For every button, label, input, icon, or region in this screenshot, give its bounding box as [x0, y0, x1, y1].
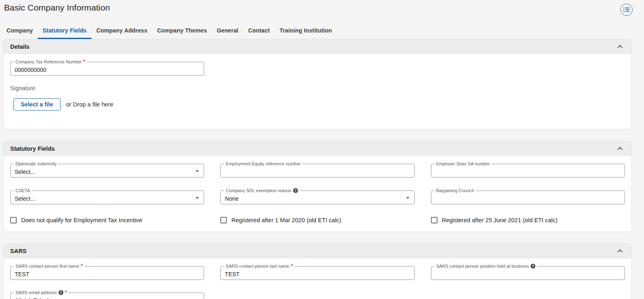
- list-menu-button[interactable]: [620, 4, 633, 16]
- required-asterisk: *: [65, 290, 67, 295]
- tab-company-address[interactable]: Company Address: [91, 24, 152, 39]
- checkbox-icon[interactable]: [10, 217, 17, 223]
- dropdown-arrow-icon: [196, 197, 199, 199]
- field-label: Company SDL exemption reason: [226, 188, 292, 193]
- sars-contact-first-name-input[interactable]: [15, 271, 192, 277]
- field-label: Company Tax Reference Number: [15, 59, 82, 65]
- field-label: SARS email address: [15, 290, 57, 295]
- tab-company-themes[interactable]: Company Themes: [152, 24, 212, 39]
- details-section-header[interactable]: Details: [4, 39, 631, 54]
- statutory-section-title: Statutory Fields: [10, 145, 55, 152]
- statutory-section-header[interactable]: Statutory Fields: [4, 141, 631, 156]
- collapse-chevron-up-icon[interactable]: [618, 147, 623, 152]
- list-icon: [623, 7, 630, 13]
- tab-company[interactable]: Company: [2, 24, 38, 39]
- page-header: Basic Company Information: [0, 0, 644, 16]
- employer-stats-sa-number-field[interactable]: Employer Stats SA number: [431, 164, 625, 178]
- help-icon[interactable]: ?: [293, 188, 298, 193]
- checkbox-does-not-qualify-eti[interactable]: Does not qualify for Employment Tax Ince…: [10, 217, 204, 223]
- sars-section-title: SARS: [10, 248, 26, 254]
- cseta-select[interactable]: CSETA Select...: [10, 191, 204, 204]
- diplomatic-indemnity-select[interactable]: Diplomatic indemnity Select...: [10, 164, 204, 178]
- sars-email-address-input[interactable]: [15, 297, 192, 299]
- sars-contact-last-name-field[interactable]: SARS contact person last name *: [220, 266, 414, 280]
- field-label: Bargaining Council: [436, 188, 474, 193]
- tab-statutory-fields[interactable]: Statutory Fields: [38, 24, 91, 39]
- bargaining-council-input[interactable]: [435, 195, 613, 202]
- sars-email-address-field[interactable]: SARS email address ? *: [10, 292, 204, 299]
- required-asterisk: *: [81, 264, 83, 268]
- tab-contact[interactable]: Contact: [243, 24, 274, 39]
- field-label: SARS contact person first name: [15, 263, 79, 269]
- checkbox-icon[interactable]: [431, 217, 437, 223]
- selected-value: None: [225, 195, 238, 202]
- dropdown-arrow-icon: [196, 170, 199, 172]
- drop-file-hint: or Drop a file here: [66, 101, 113, 108]
- company-tax-reference-number-input[interactable]: [15, 67, 192, 73]
- required-asterisk: *: [83, 60, 85, 64]
- employer-stats-sa-number-input[interactable]: [435, 169, 613, 175]
- tab-bar: Company Statutory Fields Company Address…: [0, 24, 644, 39]
- signature-label: Signature: [10, 85, 625, 91]
- selected-value: Select...: [15, 169, 35, 175]
- sars-contact-first-name-field[interactable]: SARS contact person first name *: [10, 266, 204, 280]
- field-label: CSETA: [15, 188, 30, 193]
- field-label: Employment Equity reference number: [226, 161, 301, 167]
- field-label: Employer Stats SA number: [436, 161, 490, 167]
- sars-contact-last-name-input[interactable]: [225, 271, 402, 277]
- tab-general[interactable]: General: [212, 24, 243, 39]
- checkbox-registered-after-mar-2020[interactable]: Registered after 1 Mar 2020 (old ETI cal…: [220, 217, 414, 223]
- statutory-fields-section: Statutory Fields Diplomatic indemnity Se…: [3, 141, 632, 232]
- sars-section: SARS SARS contact person first name * SA…: [3, 243, 632, 299]
- checkbox-label: Registered after 25 June 2021 (old ETI c…: [442, 217, 558, 223]
- company-tax-reference-number-field[interactable]: Company Tax Reference Number *: [10, 62, 204, 76]
- collapse-chevron-up-icon[interactable]: [618, 249, 623, 254]
- checkbox-label: Registered after 1 Mar 2020 (old ETI cal…: [231, 217, 341, 223]
- details-section-title: Details: [10, 43, 30, 50]
- page-title: Basic Company Information: [4, 3, 110, 13]
- help-icon[interactable]: ?: [531, 264, 535, 269]
- employment-equity-reference-input[interactable]: [225, 169, 402, 175]
- dropdown-arrow-icon: [406, 197, 409, 199]
- collapse-chevron-up-icon[interactable]: [618, 45, 623, 50]
- checkbox-label: Does not qualify for Employment Tax Ince…: [21, 217, 142, 223]
- field-label: SARS contact person last name: [226, 263, 289, 269]
- checkbox-icon[interactable]: [220, 217, 227, 223]
- checkbox-registered-after-june-2021[interactable]: Registered after 25 June 2021 (old ETI c…: [431, 217, 625, 223]
- required-asterisk: *: [291, 264, 293, 268]
- selected-value: Select...: [15, 195, 35, 202]
- tab-training-institution[interactable]: Training Institution: [275, 24, 337, 39]
- sars-contact-position-field[interactable]: SARS contact person position held at bus…: [431, 266, 625, 280]
- field-label: SARS contact person position held at bus…: [436, 263, 529, 269]
- employment-equity-reference-field[interactable]: Employment Equity reference number: [220, 164, 414, 178]
- details-section: Details Company Tax Reference Number * S…: [3, 39, 632, 130]
- bargaining-council-field[interactable]: Bargaining Council: [431, 191, 625, 204]
- field-label: Diplomatic indemnity: [15, 161, 57, 167]
- select-file-button[interactable]: Select a file: [13, 98, 61, 110]
- sars-contact-position-input[interactable]: [435, 271, 613, 277]
- sars-section-header[interactable]: SARS: [4, 244, 631, 258]
- help-icon[interactable]: ?: [59, 290, 63, 295]
- company-sdl-exemption-reason-select[interactable]: Company SDL exemption reason ? None: [220, 191, 414, 204]
